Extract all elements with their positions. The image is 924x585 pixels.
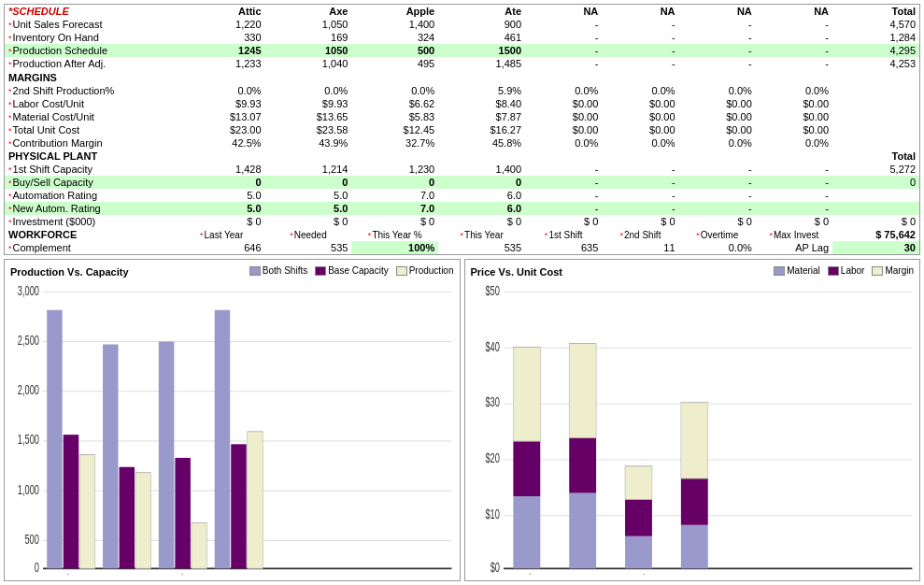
table-row: *New Autom. Rating 5.0 5.0 7.0 6.0 - - -… — [5, 202, 919, 215]
legend-margin: Margin — [872, 265, 914, 276]
row-label: *Contribution Margin — [5, 136, 178, 150]
legend-base-capacity: Base Capacity — [315, 265, 388, 276]
bar — [79, 455, 95, 569]
svg-text:Attic: Attic — [518, 572, 534, 575]
row-label: *Inventory On Hand — [5, 31, 178, 44]
table-row: *Inventory On Hand 330 169 324 461 - - -… — [5, 31, 919, 44]
table-row: *Labor Cost/Unit $9.93 $9.93 $6.62 $8.40… — [5, 97, 919, 110]
col-na2: NA — [602, 5, 678, 18]
legend-labor: Labor — [828, 265, 865, 276]
bar — [569, 344, 596, 438]
table-row: *Total Unit Cost $23.00 $23.58 $12.45 $1… — [5, 123, 919, 136]
table-row: *Buy/Sell Capacity 0 0 0 0 - - - - 0 — [5, 176, 919, 189]
bar — [215, 310, 231, 569]
svg-text:NA: NA — [332, 572, 344, 575]
row-label: *New Autom. Rating — [5, 202, 178, 215]
row-label: *1st Shift Capacity — [5, 163, 178, 176]
bar — [625, 500, 652, 536]
table-row: *Production After Adj. 1,233 1,040 495 1… — [5, 57, 919, 70]
col-axe: Axe — [265, 5, 352, 18]
svg-text:$30: $30 — [485, 394, 500, 410]
row-label: *Production Schedule — [5, 44, 178, 57]
svg-text:$20: $20 — [485, 450, 500, 466]
legend-color-both-shifts — [249, 266, 261, 276]
schedule-table: *SCHEDULE Attic Axe Apple Ate NA NA NA N… — [5, 5, 919, 254]
chart-header-left: Production Vs. Capacity Both Shifts Base… — [10, 265, 454, 279]
bar — [625, 536, 652, 569]
svg-text:Ate: Ate — [226, 572, 239, 575]
table-row: *Investment ($000) $ 0 $ 0 $ 0 $ 0 $ 0 $… — [5, 215, 919, 228]
svg-text:Apple: Apple — [627, 572, 649, 575]
table-row: *Production Schedule 1245 1050 500 1500 … — [5, 44, 919, 57]
bar — [680, 478, 707, 525]
svg-text:NA: NA — [788, 572, 800, 575]
row-label: *Complement — [5, 241, 178, 254]
svg-text:2,500: 2,500 — [18, 333, 39, 349]
legend-color-material — [774, 266, 785, 276]
right-chart-title: Price Vs. Unit Cost — [471, 266, 562, 278]
bar — [135, 473, 151, 569]
bar — [513, 441, 540, 496]
svg-text:NA: NA — [289, 572, 301, 575]
svg-text:$10: $10 — [485, 507, 500, 522]
bar — [103, 345, 119, 569]
bar — [64, 435, 79, 568]
row-label: *Automation Rating — [5, 189, 178, 202]
svg-text:3,000: 3,000 — [18, 282, 39, 298]
bar — [569, 438, 596, 493]
col-na4: NA — [756, 5, 832, 18]
left-chart-title: Production Vs. Capacity — [10, 266, 129, 278]
main-table-container: *SCHEDULE Attic Axe Apple Ate NA NA NA N… — [4, 4, 920, 255]
chart-header-right: Price Vs. Unit Cost Material Labor Margi… — [471, 265, 915, 279]
margins-section-header: MARGINS — [5, 70, 919, 84]
bar — [231, 444, 247, 568]
row-label: *Unit Sales Forecast — [5, 18, 178, 31]
legend-label-margin: Margin — [885, 265, 914, 276]
bar — [159, 342, 175, 569]
svg-text:NA: NA — [744, 572, 756, 575]
bar — [513, 348, 540, 442]
legend-production: Production — [396, 265, 454, 276]
row-label: *Production After Adj. — [5, 57, 178, 70]
schedule-header: *SCHEDULE — [5, 5, 178, 18]
bar — [680, 403, 707, 478]
svg-text:$40: $40 — [485, 338, 500, 354]
bar — [47, 310, 63, 569]
svg-text:Ate: Ate — [688, 572, 701, 575]
table-row: *Unit Sales Forecast 1,220 1,050 1,400 9… — [5, 18, 919, 31]
row-label: *Material Cost/Unit — [5, 110, 178, 123]
table-row: *1st Shift Capacity 1,428 1,214 1,230 1,… — [5, 163, 919, 176]
column-header-row: *SCHEDULE Attic Axe Apple Ate NA NA NA N… — [5, 5, 919, 18]
legend-label-production: Production — [409, 265, 454, 276]
legend-color-labor — [828, 266, 839, 276]
svg-text:0: 0 — [35, 559, 39, 575]
legend-color-production — [396, 266, 407, 276]
bar — [248, 432, 263, 569]
svg-text:$50: $50 — [485, 282, 500, 298]
row-label: *Investment ($000) — [5, 215, 178, 228]
svg-text:1,500: 1,500 — [18, 432, 39, 448]
bar — [680, 525, 707, 569]
right-chart-legend: Material Labor Margin — [774, 265, 914, 276]
svg-text:NA: NA — [831, 572, 843, 575]
legend-color-margin — [872, 266, 883, 276]
left-chart-area: 3,000 2,500 2,000 1,500 1,000 500 0 — [10, 279, 454, 575]
col-total: Total — [832, 5, 919, 18]
bar — [569, 493, 596, 569]
svg-text:Attic: Attic — [57, 572, 74, 575]
row-label: *Labor Cost/Unit — [5, 97, 178, 110]
svg-text:Axe: Axe — [575, 572, 590, 575]
col-na1: NA — [525, 5, 602, 18]
legend-both-shifts: Both Shifts — [249, 265, 307, 276]
svg-text:Apple: Apple — [166, 572, 189, 575]
production-vs-capacity-chart: Production Vs. Capacity Both Shifts Base… — [4, 259, 461, 581]
row-label: *2nd Shift Production% — [5, 84, 178, 97]
left-chart-legend: Both Shifts Base Capacity Production — [249, 265, 454, 276]
bar — [192, 522, 207, 568]
legend-material: Material — [774, 265, 820, 276]
bar — [513, 496, 540, 568]
left-chart-svg: 3,000 2,500 2,000 1,500 1,000 500 0 — [10, 279, 454, 575]
svg-text:NA: NA — [419, 572, 431, 575]
row-label: *Buy/Sell Capacity — [5, 176, 178, 189]
svg-text:NA: NA — [874, 572, 886, 575]
